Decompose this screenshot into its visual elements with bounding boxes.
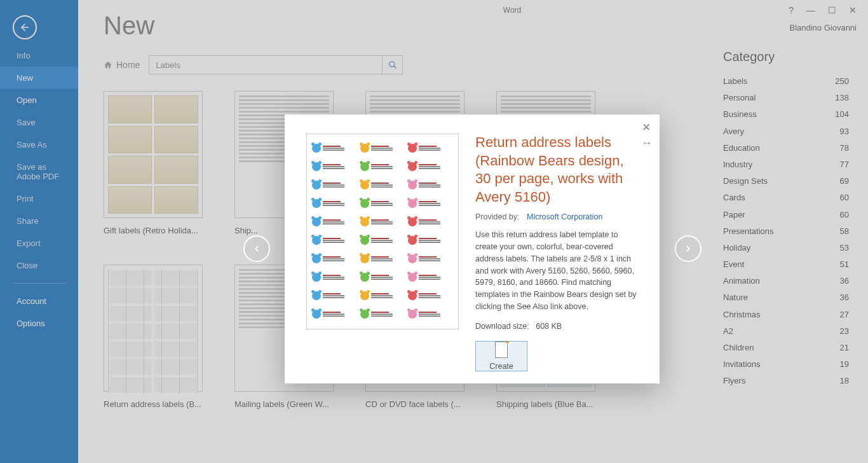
download-size-label: Download size: — [475, 322, 529, 331]
template-title: Return address labels (Rainbow Bears des… — [475, 134, 638, 206]
chevron-right-icon — [684, 244, 693, 253]
template-description: Use this return address label template t… — [475, 229, 638, 312]
document-icon — [495, 342, 508, 358]
template-preview-modal: ✕ ⊶ Return address labels (Rainbow Bears… — [285, 114, 660, 384]
modal-close-button[interactable]: ✕ — [642, 121, 651, 134]
provided-by-label: Provided by: — [475, 212, 519, 221]
create-button-label: Create — [489, 362, 513, 371]
modal-pin-button[interactable]: ⊶ — [643, 139, 651, 148]
chevron-left-icon — [252, 244, 261, 253]
download-size-value: 608 KB — [536, 322, 562, 331]
create-button[interactable]: Create — [475, 341, 527, 371]
template-preview-image — [306, 134, 459, 329]
prev-template-button[interactable] — [243, 235, 270, 262]
next-template-button[interactable] — [675, 235, 702, 262]
provider-link[interactable]: Microsoft Corporation — [527, 212, 603, 221]
